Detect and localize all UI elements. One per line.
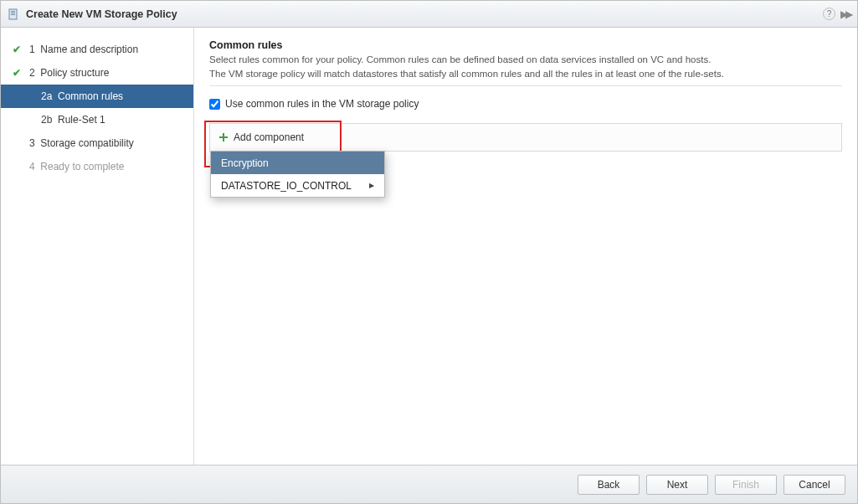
step-label: 2b Rule-Set 1 — [41, 114, 105, 126]
dropdown-item-label: Encryption — [221, 157, 269, 169]
svg-rect-3 — [11, 14, 15, 15]
document-icon — [8, 8, 21, 21]
use-common-rules-checkbox[interactable] — [209, 99, 220, 110]
next-button[interactable]: Next — [646, 475, 708, 495]
finish-button: Finish — [715, 475, 777, 495]
component-panel: Add component Encryption DATASTORE_IO_CO… — [209, 123, 842, 152]
expand-icon[interactable]: ▶▶ — [840, 8, 850, 20]
checkbox-label: Use common rules in the VM storage polic… — [225, 98, 419, 110]
back-button[interactable]: Back — [578, 475, 640, 495]
dropdown-item-label: DATASTORE_IO_CONTROL — [221, 180, 352, 192]
cancel-button[interactable]: Cancel — [784, 475, 845, 495]
step-label: 2a Common rules — [41, 90, 123, 102]
step-policy-structure[interactable]: ✔ 2 Policy structure — [1, 61, 193, 85]
dialog-title: Create New VM Storage Policy — [26, 8, 177, 20]
help-icon[interactable]: ? — [823, 8, 835, 20]
step-label: 3 Storage compatibility — [29, 137, 134, 149]
step-label: 4 Ready to complete — [29, 161, 124, 172]
use-common-rules-checkbox-row[interactable]: Use common rules in the VM storage polic… — [209, 98, 842, 110]
step-name-and-description[interactable]: ✔ 1 Name and description — [1, 38, 193, 61]
step-label: 1 Name and description — [29, 44, 138, 55]
add-component-button[interactable]: Add component — [218, 129, 833, 146]
section-title: Common rules — [209, 39, 842, 51]
add-component-label: Add component — [234, 131, 304, 143]
step-common-rules[interactable]: 2a Common rules — [1, 85, 193, 108]
section-description: Select rules common for your policy. Com… — [209, 53, 842, 80]
submenu-arrow-icon: ▶ — [369, 182, 374, 189]
create-vm-storage-policy-dialog: Create New VM Storage Policy ? ▶▶ ✔ 1 Na… — [0, 0, 858, 504]
dropdown-item-encryption[interactable]: Encryption — [211, 152, 384, 174]
add-component-dropdown: Encryption DATASTORE_IO_CONTROL ▶ — [210, 151, 385, 198]
step-label: 2 Policy structure — [29, 67, 109, 79]
svg-rect-1 — [11, 11, 15, 12]
dropdown-item-datastore-io-control[interactable]: DATASTORE_IO_CONTROL ▶ — [211, 174, 384, 197]
svg-rect-5 — [219, 136, 228, 138]
wizard-sidebar: ✔ 1 Name and description ✔ 2 Policy stru… — [1, 28, 194, 465]
step-ready-to-complete: 4 Ready to complete — [1, 155, 193, 178]
svg-rect-2 — [11, 13, 15, 13]
main-panel: Common rules Select rules common for you… — [194, 28, 857, 465]
plus-icon — [218, 132, 229, 142]
divider — [209, 85, 842, 86]
step-storage-compatibility[interactable]: 3 Storage compatibility — [1, 131, 193, 155]
dialog-footer: Back Next Finish Cancel — [1, 465, 857, 503]
dialog-body: ✔ 1 Name and description ✔ 2 Policy stru… — [1, 28, 857, 465]
step-rule-set-1[interactable]: 2b Rule-Set 1 — [1, 108, 193, 131]
checkmark-icon: ✔ — [11, 44, 23, 55]
titlebar: Create New VM Storage Policy ? ▶▶ — [1, 1, 857, 28]
checkmark-icon: ✔ — [11, 67, 23, 79]
